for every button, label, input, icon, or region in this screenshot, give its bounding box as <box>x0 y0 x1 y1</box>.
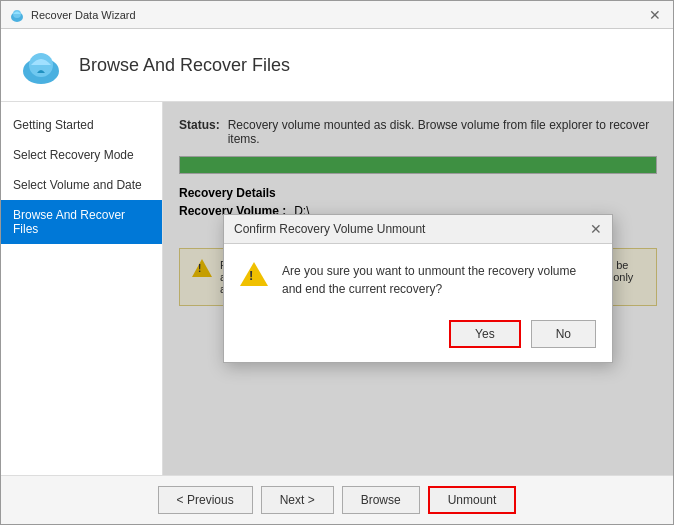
sidebar: Getting Started Select Recovery Mode Sel… <box>1 102 163 475</box>
titlebar: Recover Data Wizard ✕ <box>1 1 673 29</box>
modal-titlebar: Confirm Recovery Volume Unmount ✕ <box>224 215 612 244</box>
main-content: Status: Recovery volume mounted as disk.… <box>163 102 673 475</box>
close-button[interactable]: ✕ <box>645 7 665 23</box>
titlebar-left: Recover Data Wizard <box>9 7 136 23</box>
modal-warning-icon <box>240 262 268 286</box>
page-title: Browse And Recover Files <box>79 55 290 76</box>
modal-no-button[interactable]: No <box>531 320 596 348</box>
content-area: Getting Started Select Recovery Mode Sel… <box>1 102 673 475</box>
next-button[interactable]: Next > <box>261 486 334 514</box>
modal-body: Are you sure you want to unmount the rec… <box>224 244 612 310</box>
previous-button[interactable]: < Previous <box>158 486 253 514</box>
modal-overlay: Confirm Recovery Volume Unmount ✕ Are yo… <box>163 102 673 475</box>
sidebar-item-select-recovery-mode[interactable]: Select Recovery Mode <box>1 140 162 170</box>
header: Browse And Recover Files <box>1 29 673 102</box>
modal-message: Are you sure you want to unmount the rec… <box>282 262 596 298</box>
confirm-dialog: Confirm Recovery Volume Unmount ✕ Are yo… <box>223 214 613 363</box>
main-window: Recover Data Wizard ✕ Browse And Recover… <box>0 0 674 525</box>
modal-yes-button[interactable]: Yes <box>449 320 521 348</box>
app-icon <box>9 7 25 23</box>
footer: < Previous Next > Browse Unmount <box>1 475 673 524</box>
window-title: Recover Data Wizard <box>31 9 136 21</box>
sidebar-item-browse-recover[interactable]: Browse And Recover Files <box>1 200 162 244</box>
unmount-button[interactable]: Unmount <box>428 486 517 514</box>
sidebar-item-select-volume[interactable]: Select Volume and Date <box>1 170 162 200</box>
modal-footer: Yes No <box>224 310 612 362</box>
browse-button[interactable]: Browse <box>342 486 420 514</box>
sidebar-item-getting-started[interactable]: Getting Started <box>1 110 162 140</box>
header-icon <box>17 41 65 89</box>
modal-close-button[interactable]: ✕ <box>590 221 602 237</box>
modal-title: Confirm Recovery Volume Unmount <box>234 222 425 236</box>
